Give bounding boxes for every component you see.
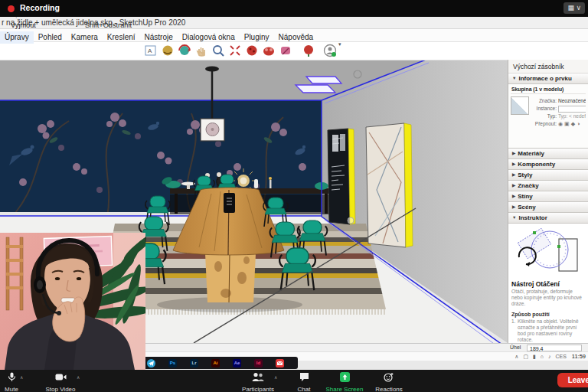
- leave-button[interactable]: Leave: [557, 373, 588, 387]
- lightroom-icon[interactable]: Lr: [190, 359, 198, 368]
- avatar-dropdown-icon[interactable]: ▾: [338, 41, 341, 47]
- section-styles[interactable]: ▶Styly: [508, 170, 588, 181]
- angle-value-box[interactable]: 189,4: [527, 345, 582, 351]
- sound-icon[interactable]: ♪: [548, 354, 551, 359]
- menu-kresleni[interactable]: Kreslení: [103, 31, 140, 44]
- usage-step: 1.Klikněte na objekt. Volitelně označte …: [511, 318, 585, 343]
- angle-label: Úhel: [510, 345, 521, 350]
- tool-title: Nástroj Otáčení: [511, 280, 585, 288]
- menu-napoveda[interactable]: Nápověda: [274, 31, 318, 44]
- stop-video-button[interactable]: ∧ Stop Video: [37, 371, 84, 392]
- after-effects-icon[interactable]: Ae: [233, 359, 241, 368]
- plugin-red-3-icon[interactable]: [279, 44, 292, 57]
- chevron-right-icon: ▶: [512, 194, 515, 198]
- reactions-icon: [384, 372, 394, 382]
- table-vase: [224, 193, 235, 213]
- zoom-extents-icon[interactable]: [228, 44, 242, 57]
- display-icon[interactable]: ⌂: [541, 354, 544, 359]
- rotate-tool-diagram: [511, 225, 585, 276]
- visible-eye-icon[interactable]: ◉: [558, 120, 563, 128]
- webcam-video: [0, 233, 145, 370]
- menu-pohled[interactable]: Pohled: [34, 31, 67, 44]
- menu-nastroje[interactable]: Nástroje: [140, 31, 178, 44]
- instance-input[interactable]: [558, 106, 586, 113]
- clock: 11:59: [572, 353, 586, 360]
- plugin-red-1-icon[interactable]: [245, 44, 259, 57]
- menu-kamera[interactable]: Kamera: [67, 31, 103, 44]
- instructor-body: Nástroj Otáčení Otáčí, protahuje, deform…: [508, 224, 588, 343]
- illustrator-icon[interactable]: Ai: [211, 359, 220, 368]
- section-instructor[interactable]: ▼Instruktor: [508, 213, 588, 224]
- menubar: ÚpravyPohledKameraKresleníNástrojeDialog…: [0, 29, 588, 42]
- tag-value[interactable]: Neoznačené: [558, 98, 586, 103]
- chevron-up-icon[interactable]: ∧: [20, 374, 23, 380]
- share-screen-icon: [340, 372, 350, 382]
- zoom-top-bar: Recording ▦ ∨: [0, 0, 588, 17]
- wall-frame-2: [366, 123, 413, 247]
- reactions-button[interactable]: Reactions: [369, 371, 409, 392]
- orbit-icon[interactable]: [178, 44, 191, 57]
- user-avatar-icon[interactable]: [323, 44, 337, 57]
- entity-thumbnail: [511, 96, 529, 115]
- view-options-button[interactable]: ▦ ∨: [564, 2, 585, 14]
- ceiling-light: [306, 77, 341, 83]
- chevron-up-icon[interactable]: ∧: [274, 374, 277, 380]
- pan-hand-icon[interactable]: [194, 44, 208, 57]
- usage-title: Způsob použití: [511, 312, 585, 317]
- section-components[interactable]: ▶Komponenty: [508, 159, 588, 170]
- section-materials[interactable]: ▶Materiály: [508, 149, 588, 159]
- tray-title: Výchozí zásobník: [508, 60, 588, 74]
- recording-dot-icon: [8, 5, 15, 12]
- zoom-toolbar: ∧ Mute ∧ Stop Video ∧ Participants Chat …: [0, 370, 588, 392]
- screen: r na židle + umělecká jidelna.skp - Sket…: [0, 0, 588, 392]
- menu-upravy[interactable]: Úpravy: [0, 31, 34, 44]
- mute-button[interactable]: ∧ Mute: [0, 371, 29, 392]
- participants-icon: [252, 372, 264, 382]
- chevron-right-icon: ▶: [512, 162, 515, 166]
- participants-button[interactable]: ∧ Participants: [236, 371, 280, 392]
- toolbar: A▾: [0, 41, 588, 60]
- chevron-right-icon: ▶: [512, 151, 515, 155]
- section-tags[interactable]: ▶Značky: [508, 181, 588, 191]
- plugin-red-2-icon[interactable]: [262, 44, 276, 57]
- cast-shadows-icon[interactable]: ◑: [577, 120, 580, 128]
- chevron-up-icon[interactable]: ∧: [77, 374, 80, 380]
- type-value[interactable]: Typ: < nedefinovaný >: [558, 113, 586, 119]
- recording-label: Recording: [20, 3, 60, 12]
- window-icon[interactable]: ▢: [523, 354, 528, 359]
- wall-frame-1: [328, 129, 355, 224]
- mail-icon[interactable]: [276, 359, 284, 368]
- ceiling-light: [296, 85, 335, 93]
- entity-info-body: Skupina (1 v modelu) Značka:Neoznačené I…: [508, 84, 588, 149]
- selection-label: Skupina (1 v modelu): [511, 86, 586, 94]
- dock: Ps Lr Ai Ae Id: [143, 357, 298, 369]
- svg-text:A: A: [148, 47, 152, 54]
- chevron-right-icon: ▶: [512, 172, 515, 177]
- chat-icon: [299, 372, 309, 382]
- photoshop-icon[interactable]: Ps: [168, 359, 177, 368]
- section-entity-info[interactable]: ▼Informace o prvku: [508, 74, 588, 84]
- receive-shadows-icon[interactable]: ◆: [571, 120, 575, 128]
- text-style-icon[interactable]: A: [144, 44, 158, 57]
- telegram-icon[interactable]: [147, 359, 155, 368]
- volume-icon[interactable]: ▮: [533, 354, 536, 359]
- chevron-down-icon: ▼: [512, 76, 516, 80]
- default-tray-panel: Výchozí zásobník ▼Informace o prvku Skup…: [508, 60, 588, 343]
- chevron-down-icon: ▼: [512, 215, 516, 220]
- plugin-red-4-icon[interactable]: [302, 44, 315, 57]
- zoom-icon[interactable]: [211, 44, 225, 57]
- section-shadows[interactable]: ▶Stíny: [508, 191, 588, 202]
- keyboard-layout[interactable]: CES: [555, 354, 566, 359]
- orbit-gold-icon[interactable]: [161, 44, 175, 57]
- chevron-up-icon[interactable]: ∧: [514, 354, 518, 359]
- camera-icon: [55, 372, 67, 382]
- instance-lock-icon[interactable]: ▣: [564, 120, 570, 128]
- chat-button[interactable]: Chat: [288, 371, 320, 392]
- share-screen-button[interactable]: Share Screen: [322, 371, 367, 392]
- section-scenes[interactable]: ▶Scény: [508, 202, 588, 213]
- indesign-icon[interactable]: Id: [254, 359, 263, 368]
- menu-dialogova-okna[interactable]: Dialogová okna: [178, 31, 240, 44]
- tool-description: Otáčí, protahuje, deformuje nebo kopíruj…: [511, 289, 585, 308]
- menu-pluginy[interactable]: Pluginy: [240, 31, 274, 44]
- microphone-icon: [7, 372, 17, 382]
